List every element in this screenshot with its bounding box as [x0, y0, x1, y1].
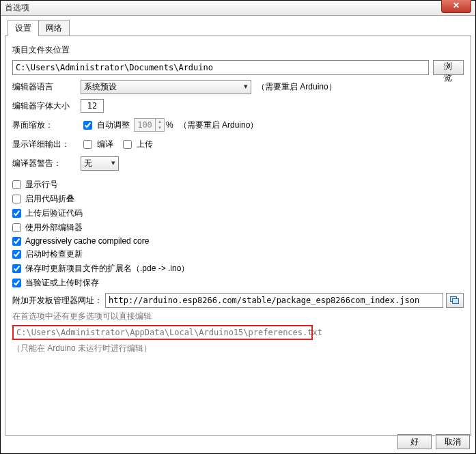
- scale-label: 界面缩放：: [12, 119, 81, 131]
- window-stack-icon: [450, 296, 460, 304]
- preferences-window: 首选项 ✕ 设置 网络 项目文件夹位置 浏览 编辑器语言 系统预设 （需要重启 …: [0, 0, 476, 454]
- prefs-path: C:\Users\Administrator\AppData\Local\Ard…: [12, 325, 313, 340]
- edit-when-note: （只能在 Arduino 未运行时进行编辑）: [12, 343, 464, 354]
- settings-panel: 项目文件夹位置 浏览 编辑器语言 系统预设 （需要重启 Arduino） 编辑器…: [5, 36, 471, 436]
- browse-button[interactable]: 浏览: [433, 60, 464, 75]
- editor-language-label: 编辑器语言: [12, 81, 81, 93]
- sketchbook-path-input[interactable]: [12, 60, 429, 75]
- font-size-input[interactable]: [81, 99, 104, 113]
- boards-url-expand-button[interactable]: [446, 293, 464, 308]
- tab-settings[interactable]: 设置: [8, 20, 39, 36]
- sketchbook-label: 项目文件夹位置: [12, 44, 464, 56]
- language-restart-note: （需要重启 Arduino）: [257, 81, 337, 93]
- check-code-folding[interactable]: [12, 195, 21, 203]
- warnings-label: 编译器警告：: [12, 158, 81, 169]
- verbose-upload-checkbox[interactable]: [123, 140, 132, 149]
- more-prefs-note: 在首选项中还有更多选项可以直接编辑: [12, 311, 464, 322]
- scale-auto-label: 自动调整: [97, 119, 130, 131]
- scale-auto-checkbox[interactable]: [83, 121, 92, 130]
- titlebar: 首选项 ✕: [1, 1, 475, 16]
- check-external-editor[interactable]: [12, 223, 21, 232]
- scale-spinner[interactable]: ▲▼: [134, 118, 165, 132]
- check-updates[interactable]: [12, 250, 21, 259]
- scale-value-input: [135, 119, 155, 131]
- scale-percent: %: [166, 120, 173, 130]
- dialog-footer: 好 取消: [393, 434, 470, 449]
- tab-network[interactable]: 网络: [38, 20, 70, 36]
- close-icon: ✕: [453, 1, 460, 10]
- font-size-label: 编辑器字体大小: [12, 100, 81, 112]
- spinner-buttons: ▲▼: [155, 119, 164, 131]
- check-verify-upload[interactable]: [12, 209, 21, 218]
- check-save-on-verify[interactable]: [12, 279, 21, 287]
- verbose-compile-checkbox[interactable]: [83, 140, 92, 149]
- verbose-compile-label: 编译: [97, 139, 113, 150]
- editor-language-select[interactable]: 系统预设: [81, 80, 251, 94]
- boards-url-input[interactable]: [105, 293, 443, 308]
- check-update-ext[interactable]: [12, 264, 21, 273]
- cancel-button[interactable]: 取消: [436, 434, 470, 449]
- scale-restart-note: （需要重启 Arduino）: [179, 119, 259, 131]
- warnings-select[interactable]: 无: [81, 156, 119, 171]
- ok-button[interactable]: 好: [397, 434, 432, 449]
- window-title: 首选项: [5, 2, 29, 14]
- close-button[interactable]: ✕: [441, 0, 471, 13]
- tabs: 设置 网络: [8, 20, 475, 36]
- check-line-numbers[interactable]: [12, 180, 21, 189]
- verbose-label: 显示详细输出：: [12, 139, 81, 150]
- boards-url-label: 附加开发板管理器网址：: [12, 295, 102, 307]
- verbose-upload-label: 上传: [137, 139, 153, 150]
- check-cache-core[interactable]: [12, 237, 21, 246]
